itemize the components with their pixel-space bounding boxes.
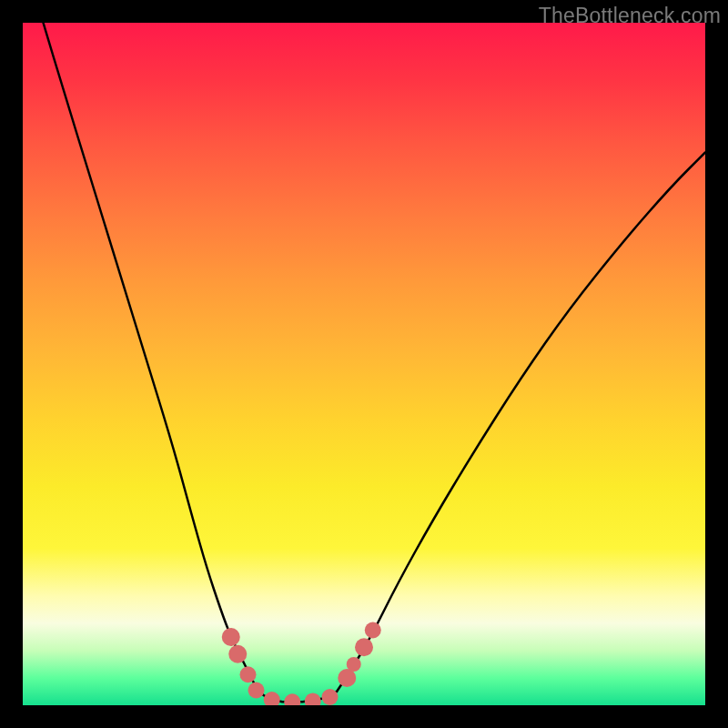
marker-group xyxy=(222,622,381,706)
data-marker xyxy=(240,666,257,682)
watermark-text: TheBottleneck.com xyxy=(539,4,721,28)
data-marker xyxy=(365,622,381,639)
chart-overlay xyxy=(23,23,705,705)
data-marker xyxy=(284,693,300,705)
data-marker xyxy=(248,682,265,699)
data-marker xyxy=(222,628,240,646)
data-marker xyxy=(305,693,321,706)
curve-right xyxy=(337,153,705,693)
curve-left xyxy=(44,23,258,692)
data-marker xyxy=(264,692,280,705)
data-marker xyxy=(355,638,373,656)
data-marker xyxy=(228,645,247,663)
data-marker xyxy=(322,689,339,705)
data-marker xyxy=(338,669,356,687)
data-marker xyxy=(347,657,361,672)
